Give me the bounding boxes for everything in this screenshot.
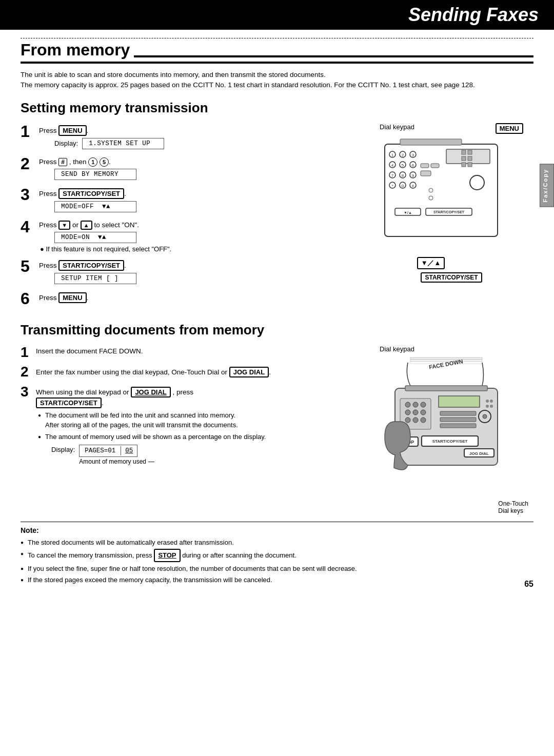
step-1: 1 Press MENU. Display: 1.SYSTEM SET UP xyxy=(21,123,359,150)
step-6-text: Press MENU. xyxy=(39,292,359,303)
arrow-label: ▼／▲ xyxy=(417,257,486,269)
note-1: The stored documents will be automatical… xyxy=(21,538,533,548)
t-step-3-text: When using the dial keypad or JOG DIAL ,… xyxy=(36,387,369,408)
pages-display: Display: PAGES=01 05 Amount of memory us… xyxy=(51,445,369,465)
step-6-content: Press MENU. xyxy=(39,290,359,305)
stop-btn-note: STOP xyxy=(154,549,180,562)
bullet-1: The document will be fed into the unit a… xyxy=(38,410,369,430)
step-5-num: 5 xyxy=(21,258,35,274)
step-2-content: Press # , then 1 5. SEND BY MEMORY xyxy=(39,155,359,181)
svg-text:JOG DIAL: JOG DIAL xyxy=(469,451,489,456)
svg-rect-59 xyxy=(439,396,480,407)
svg-point-55 xyxy=(421,410,426,415)
step-2-display: SEND BY MEMORY xyxy=(54,169,359,180)
svg-text:3: 3 xyxy=(412,153,414,157)
svg-point-56 xyxy=(405,417,410,423)
step-2-display-value: SEND BY MEMORY xyxy=(54,169,136,180)
svg-text:6: 6 xyxy=(412,163,414,168)
step-5-display-value: SETUP ITEM [ ] xyxy=(54,273,136,284)
menu-btn-diagram: MENU xyxy=(496,123,523,134)
arrow-nav-btn: ▼／▲ xyxy=(417,257,445,269)
svg-rect-35 xyxy=(421,171,431,176)
transmit-dial-label: Dial keypad xyxy=(380,345,533,353)
step-5-content: Press START/COPY/SET. SETUP ITEM [ ] xyxy=(39,258,359,285)
t-step-3: 3 When using the dial keypad or JOG DIAL… xyxy=(21,385,369,466)
step-4-content: Press ▼ or ▲ to select "ON". MODE=ON ▼▲ … xyxy=(39,218,359,253)
page-number: 65 xyxy=(524,580,533,589)
t-step-1-content: Insert the document FACE DOWN. xyxy=(36,345,369,357)
svg-point-37 xyxy=(429,196,433,200)
setting-two-col: 1 Press MENU. Display: 1.SYSTEM SET UP 2 xyxy=(21,123,533,312)
svg-text:▼/▲: ▼/▲ xyxy=(404,211,412,214)
note-title: Note: xyxy=(21,526,533,534)
diagram-labels: Dial keypad MENU xyxy=(380,123,523,134)
svg-text:4: 4 xyxy=(391,163,394,168)
svg-point-50 xyxy=(405,402,410,407)
step-1-display: Display: 1.SYSTEM SET UP xyxy=(54,138,359,149)
start-copy-set-ref-5: START/COPY/SET xyxy=(58,260,124,271)
fax-machine-diagram-svg: 1 2 3 4 5 6 7 8 9 * xyxy=(380,134,523,262)
num-5-key: 5 xyxy=(100,157,109,167)
transmit-fax-svg: FACE DOWN xyxy=(380,355,523,509)
svg-rect-60 xyxy=(440,411,476,415)
start-copy-set-diagram: START/COPY/SET xyxy=(421,272,482,283)
svg-text:0: 0 xyxy=(402,184,404,188)
svg-rect-30 xyxy=(462,163,466,167)
setting-diagram: Dial keypad MENU 1 2 3 4 xyxy=(369,123,533,312)
page-header: Sending Faxes xyxy=(0,0,554,30)
t-step-2-content: Enter the fax number using the dial keyp… xyxy=(36,365,369,380)
start-copy-set-ref-3: START/COPY/SET xyxy=(58,188,124,199)
transmit-section: Transmitting documents from memory 1 Ins… xyxy=(21,322,533,514)
svg-text:1: 1 xyxy=(391,153,394,157)
intro-text: The unit is able to scan and store docum… xyxy=(21,70,533,91)
step-5: 5 Press START/COPY/SET. SETUP ITEM [ ] xyxy=(21,258,359,285)
step-4-num: 4 xyxy=(21,218,35,235)
transmit-steps: 1 Insert the document FACE DOWN. 2 Enter… xyxy=(21,345,369,514)
start-copy-set-label: START/COPY/SET xyxy=(421,272,482,283)
svg-point-65 xyxy=(486,405,489,408)
t-step-3-bullets: The document will be fed into the unit a… xyxy=(38,410,369,442)
svg-rect-43 xyxy=(410,357,482,360)
t-step-2-num: 2 xyxy=(21,365,32,379)
note-4: If the stored pages exceed the memory ca… xyxy=(21,575,533,585)
svg-point-36 xyxy=(429,188,433,192)
step-5-text: Press START/COPY/SET. xyxy=(39,260,359,271)
side-tab: Fax/Copy xyxy=(540,164,554,207)
step-1-display-value: 1.SYSTEM SET UP xyxy=(82,138,164,149)
step-4-subnote: ● If this feature is not required, selec… xyxy=(40,245,359,253)
svg-rect-48 xyxy=(405,386,487,391)
step-1-text: Press MENU. xyxy=(39,125,359,136)
step-3-text: Press START/COPY/SET. xyxy=(39,188,359,199)
svg-rect-34 xyxy=(431,164,439,168)
step-5-display: SETUP ITEM [ ] xyxy=(54,273,359,284)
svg-rect-62 xyxy=(440,424,476,428)
setting-section-title: Setting memory transmission xyxy=(21,100,533,116)
note-2: To cancel the memory transmission, press… xyxy=(21,549,533,562)
svg-text:#: # xyxy=(412,184,414,188)
step-6-num: 6 xyxy=(21,290,35,307)
t-step-3-content: When using the dial keypad or JOG DIAL ,… xyxy=(36,385,369,466)
setting-steps: 1 Press MENU. Display: 1.SYSTEM SET UP 2 xyxy=(21,123,359,312)
svg-point-58 xyxy=(421,417,426,423)
menu-button-ref: MENU xyxy=(58,125,86,136)
svg-point-66 xyxy=(490,405,493,408)
svg-point-52 xyxy=(421,402,426,407)
step-1-num: 1 xyxy=(21,123,35,140)
svg-point-63 xyxy=(486,400,489,403)
jog-dial-ref-2: JOG DIAL xyxy=(229,367,269,377)
step-3-display: MODE=OFF ▼▲ xyxy=(54,201,359,212)
transmit-title: Transmitting documents from memory xyxy=(21,322,533,338)
jog-dial-ref-3: JOG DIAL xyxy=(131,387,170,397)
step-4-text: Press ▼ or ▲ to select "ON". xyxy=(39,221,359,230)
svg-text:START/COPY/SET: START/COPY/SET xyxy=(433,210,465,214)
svg-point-51 xyxy=(413,402,418,407)
svg-point-32 xyxy=(470,175,484,190)
pages-note: Amount of memory used — xyxy=(79,458,154,465)
transmit-two-col: 1 Insert the document FACE DOWN. 2 Enter… xyxy=(21,345,533,514)
dashed-divider xyxy=(21,38,533,38)
header-title: Sending Faxes xyxy=(408,4,539,25)
transmit-diagram-labels: One-TouchDial keys xyxy=(380,500,533,514)
bullet-2: The amount of memory used will be shown … xyxy=(38,432,369,442)
start-copy-set-ref-t3: START/COPY/SET xyxy=(36,397,102,408)
pages-box: PAGES=01 05 xyxy=(79,445,137,457)
